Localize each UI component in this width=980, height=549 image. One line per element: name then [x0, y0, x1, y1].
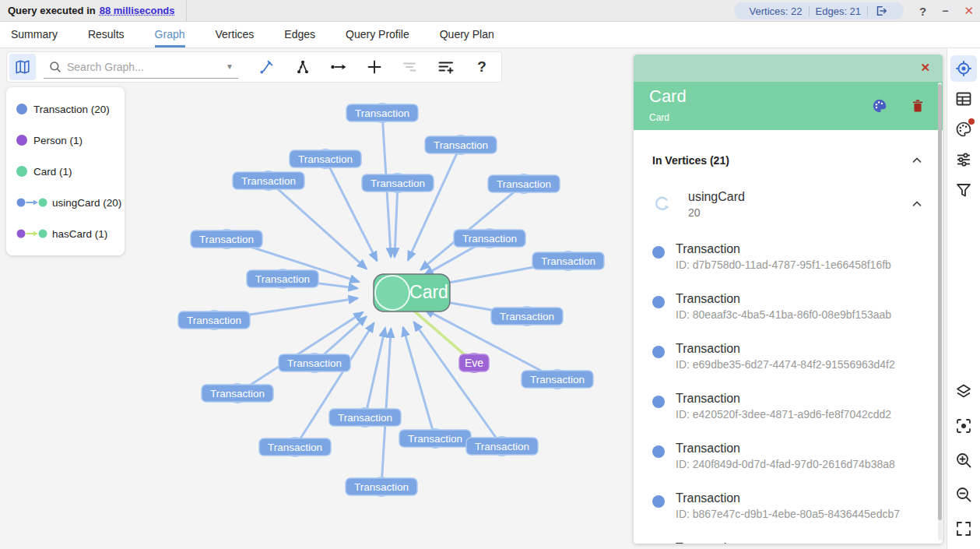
minimize-icon[interactable]: − [942, 5, 948, 17]
vertex-type-dot [652, 246, 665, 259]
minimap-toggle-button[interactable] [9, 54, 36, 80]
tab-vertices[interactable]: Vertices [216, 22, 255, 48]
panel-scrollbar-thumb[interactable] [938, 84, 942, 520]
search-icon [48, 60, 62, 74]
palette-icon[interactable] [871, 97, 888, 114]
table-view-button[interactable] [950, 86, 977, 112]
add-vertex-button[interactable] [357, 53, 392, 81]
svg-text:Transaction: Transaction [408, 433, 462, 445]
zoom-in-button[interactable] [953, 449, 975, 471]
search-dropdown-caret[interactable]: ▼ [226, 62, 234, 71]
node-person[interactable]: Eve [459, 354, 489, 372]
legend-item[interactable]: Transaction (20) [6, 93, 125, 125]
layout-button[interactable] [285, 53, 321, 81]
center-focus-button[interactable] [953, 415, 975, 437]
collapse-filter-button[interactable] [392, 53, 428, 81]
edge-usingCard[interactable] [295, 323, 374, 447]
node-card[interactable]: Card [374, 274, 450, 311]
edge-usingCard[interactable] [414, 322, 502, 446]
tab-query-profile[interactable]: Query Profile [346, 22, 409, 48]
vertex-list-item[interactable]: TransactionID: 240f849d-0d7d-4fad-97d0-2… [634, 434, 943, 484]
legend-item[interactable]: Card (1) [6, 156, 125, 187]
chevron-up-icon[interactable] [910, 197, 924, 211]
titlebar-divider [186, 0, 187, 21]
node-transaction[interactable]: Transaction [247, 269, 318, 288]
tab-graph[interactable]: Graph [155, 22, 185, 48]
edge-usingCard[interactable] [381, 329, 391, 487]
node-transaction[interactable]: Transaction [191, 230, 262, 248]
node-transaction[interactable]: Transaction [259, 438, 331, 456]
curve-edit-icon [258, 58, 276, 76]
vertex-type-dot [652, 346, 665, 358]
vertex-list: TransactionID: d7b758d0-11ad-4787-95f1-1… [634, 223, 943, 544]
legend-item[interactable]: usingCard (20) [6, 187, 125, 218]
expand-edge-button[interactable] [321, 53, 357, 81]
vertex-label: Transaction [676, 292, 891, 306]
vertex-list-item[interactable]: TransactionID: d7b758d0-11ad-4787-95f1-1… [634, 234, 943, 284]
fullscreen-button[interactable] [953, 518, 975, 540]
edge-group-row[interactable]: usingCard 20 [634, 175, 943, 223]
node-transaction[interactable]: Transaction [532, 252, 604, 270]
edge-usingCard[interactable] [237, 312, 363, 393]
legend-item[interactable]: Person (1) [6, 125, 125, 156]
vertex-list-item[interactable]: TransactionID: e420520f-3dee-4871-a9d6-f… [634, 384, 943, 434]
tab-summary[interactable]: Summary [11, 22, 58, 48]
toolbar-help-button[interactable]: ? [464, 53, 500, 81]
node-transaction[interactable]: Transaction [290, 150, 361, 168]
plus-icon [365, 58, 384, 76]
locate-node-button[interactable] [950, 55, 977, 82]
tab-results[interactable]: Results [88, 22, 125, 48]
node-transaction[interactable]: Transaction [425, 135, 497, 154]
query-time-link[interactable]: 88 milliseconds [100, 5, 175, 16]
delete-icon[interactable] [910, 98, 926, 114]
node-transaction[interactable]: Transaction [454, 229, 525, 248]
node-transaction[interactable]: Transaction [279, 354, 350, 372]
node-transaction[interactable]: Transaction [202, 384, 273, 403]
zoom-in-icon [954, 451, 973, 470]
panel-top-strip: ✕ [634, 55, 943, 82]
edge-usingCard[interactable] [269, 181, 367, 269]
svg-text:Transaction: Transaction [287, 357, 342, 369]
add-filter-button[interactable] [428, 53, 464, 81]
node-transaction[interactable]: Transaction [329, 408, 401, 427]
node-transaction[interactable]: Transaction [466, 437, 538, 456]
panel-close-icon[interactable]: ✕ [920, 61, 930, 75]
vertex-list-item[interactable]: TransactionID: b867e47c-d9b1-4ebe-80a5-8… [634, 484, 943, 533]
edge-usingCard[interactable] [395, 183, 398, 257]
help-icon[interactable]: ? [919, 5, 926, 18]
node-transaction[interactable]: Transaction [346, 104, 418, 122]
vertex-list-item[interactable]: TransactionID: 80eaaf3c-4ba5-41ba-86f0-0… [634, 284, 943, 334]
node-transaction[interactable]: Transaction [491, 307, 563, 326]
legend-node-dot [16, 135, 27, 146]
settings-sliders-button[interactable] [950, 146, 977, 173]
close-icon[interactable]: ✕ [964, 4, 974, 18]
node-transaction[interactable]: Transaction [488, 174, 560, 193]
panel-scrollbar[interactable] [938, 83, 942, 540]
loop-edge-icon [652, 195, 671, 213]
question-mark-icon: ? [477, 58, 486, 76]
pick-path-button[interactable] [249, 53, 285, 81]
style-palette-button[interactable] [950, 116, 977, 143]
svg-text:Transaction: Transaction [241, 175, 296, 187]
node-transaction[interactable]: Transaction [522, 370, 593, 389]
legend-item[interactable]: hasCard (1) [6, 218, 125, 249]
export-icon[interactable] [868, 4, 894, 18]
node-transaction[interactable]: Transaction [346, 477, 417, 496]
node-transaction[interactable]: Transaction [362, 174, 434, 192]
chevron-up-icon[interactable] [910, 153, 924, 167]
vertex-type-dot [652, 296, 665, 308]
vertex-list-item[interactable]: TransactionID: e69dbe35-6d27-4474-84f2-9… [634, 334, 943, 384]
node-transaction[interactable]: Transaction [178, 311, 250, 329]
tab-edges[interactable]: Edges [284, 22, 315, 48]
filter-button[interactable] [950, 177, 977, 203]
tab-query-plan[interactable]: Query Plan [440, 22, 494, 48]
node-transaction[interactable]: Transaction [399, 429, 471, 448]
layers-button[interactable] [953, 381, 975, 403]
in-vertices-section[interactable]: In Vertices (21) [634, 130, 943, 175]
funnel-icon [954, 181, 973, 199]
node-transaction[interactable]: Transaction [233, 171, 304, 190]
vertex-list-item[interactable]: Transaction [634, 533, 943, 544]
edge-usingCard[interactable] [365, 328, 385, 417]
zoom-out-button[interactable] [953, 484, 975, 505]
search-input[interactable] [67, 61, 215, 73]
